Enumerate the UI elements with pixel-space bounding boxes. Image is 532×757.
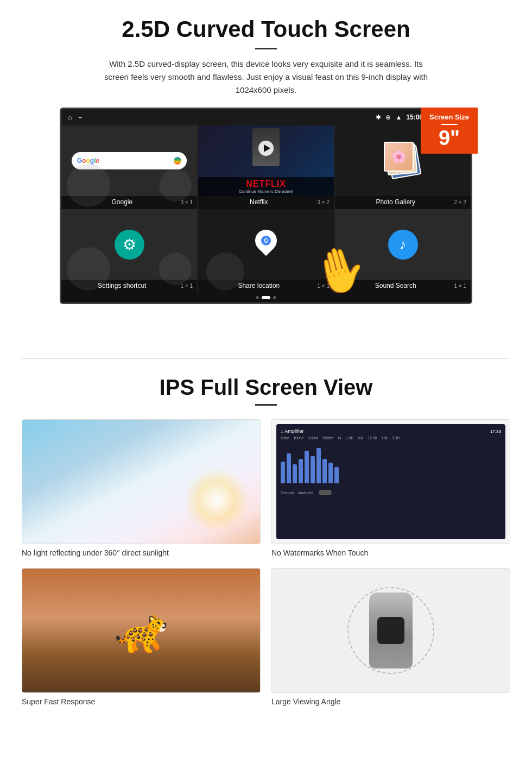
feature-viewing-angle: Large Viewing Angle [271, 568, 510, 706]
netflix-play-button[interactable] [258, 141, 274, 156]
gallery-size: 2 × 2 [454, 199, 466, 205]
amp-bar-8 [322, 459, 327, 483]
feature-speed: 🐆 Super Fast Response [22, 568, 261, 706]
music-note-icon: ♪ [400, 236, 407, 253]
car-roof [377, 617, 404, 644]
amp-toggle[interactable] [319, 490, 332, 495]
shadow-deco3 [67, 247, 110, 291]
section1-divider [255, 48, 277, 49]
section2-divider [255, 404, 277, 406]
amp-header: ⌂ Amplifier 17:33 [281, 428, 501, 434]
device-frame: ⌂ ⌁ ✱ ⊕ ▲ 15:06 ⊡ ◁) ⊠ ▭ [60, 108, 472, 304]
car-image-wrapper [271, 568, 510, 693]
amp-bar-9 [328, 463, 333, 483]
bluetooth-icon: ✱ [376, 113, 381, 121]
sound-label: Sound Search [339, 282, 452, 289]
amp-equalizer-bars [281, 442, 501, 485]
device-mockup: Screen Size 9" ⌂ ⌁ ✱ ⊕ ▲ 15:06 ⊡ ◁) ⊠ [60, 108, 472, 304]
cheetah-image-wrapper: 🐆 [22, 568, 261, 693]
app-grid-row2: ⚙ Settings shortcut 1 × 1 G [61, 209, 471, 293]
sound-icon-circle: ♪ [388, 230, 418, 260]
viewing-angle-caption: Large Viewing Angle [271, 697, 510, 706]
gear-icon: ⚙ [123, 236, 136, 254]
hand-spacer [33, 304, 499, 331]
dot-2-active[interactable] [262, 296, 270, 299]
netflix-subtitle: Continue Marvel's Daredevil [201, 189, 331, 194]
amp-visual: ⌂ Amplifier 17:33 60hz100hz200hz500hz1k2… [272, 420, 510, 544]
amp-bar-2 [287, 453, 291, 483]
gmaps-icon: G [252, 230, 280, 260]
page-divider [22, 358, 510, 359]
gmaps-pin: G [251, 225, 282, 256]
amp-screen: ⌂ Amplifier 17:33 60hz100hz200hz500hz1k2… [276, 424, 505, 539]
flower-icon: 🌸 [391, 150, 406, 164]
features-grid: No light reflecting under 360° direct su… [22, 419, 510, 706]
share-size: 1 × 1 [317, 283, 330, 289]
speed-caption: Super Fast Response [22, 697, 261, 706]
amplifier-image: ⌂ Amplifier 17:33 60hz100hz200hz500hz1k2… [271, 419, 510, 544]
gallery-label: Photo Gallery [339, 198, 452, 206]
photo-stack: 🌸 [384, 142, 422, 180]
badge-size: 9" [429, 128, 469, 148]
netflix-overlay: NETFLIX Continue Marvel's Daredevil [198, 177, 334, 196]
netflix-size: 3 × 2 [317, 199, 330, 205]
section1-description: With 2.5D curved-display screen, this de… [103, 58, 429, 97]
amp-bar-4 [299, 459, 303, 483]
netflix-label-row: Netflix 3 × 2 [198, 196, 334, 209]
gallery-label-row: Photo Gallery 2 × 2 [335, 196, 471, 209]
app-cell-netflix[interactable]: NETFLIX Continue Marvel's Daredevil Netf… [198, 125, 334, 209]
google-mic-icon[interactable] [174, 157, 181, 165]
watermarks-caption: No Watermarks When Touch [271, 548, 510, 557]
amp-bar-7 [316, 448, 321, 483]
feature-watermarks: ⌂ Amplifier 17:33 60hz100hz200hz500hz1k2… [271, 419, 510, 557]
settings-icon-circle: ⚙ [115, 230, 144, 260]
google-size: 3 × 1 [180, 199, 193, 205]
wifi-icon: ▲ [395, 113, 402, 121]
app-cell-google[interactable]: Google Google 3 × 1 [61, 125, 197, 209]
amp-time: 17:33 [490, 429, 501, 434]
status-bar-left: ⌂ ⌁ [68, 113, 82, 121]
section-ips: IPS Full Screen View No light reflecting… [0, 375, 532, 722]
amp-loudness-label: loudness [298, 491, 313, 495]
pagination-dots [61, 293, 471, 302]
dot-3[interactable] [273, 296, 276, 299]
car-body [369, 592, 413, 668]
badge-title: Screen Size [429, 113, 469, 121]
section2-title: IPS Full Screen View [22, 375, 510, 400]
sound-label-row: Sound Search 1 × 1 [335, 280, 471, 293]
google-cell-content: Google [61, 125, 197, 196]
sunlight-image [22, 419, 261, 544]
share-cell-content: G 🤚 [198, 209, 334, 280]
amp-bar-1 [281, 462, 285, 483]
shadow-deco5 [206, 253, 244, 291]
sound-size: 1 × 1 [454, 283, 466, 289]
sun-flare [184, 468, 249, 533]
app-cell-share[interactable]: G 🤚 Share location 1 × 1 [198, 209, 334, 293]
sound-cell-content: ♪ [335, 209, 471, 280]
amp-custom-label: Custom [281, 491, 294, 495]
amp-bar-6 [311, 456, 315, 483]
settings-cell-content: ⚙ [61, 209, 197, 280]
netflix-cell-content: NETFLIX Continue Marvel's Daredevil [198, 125, 334, 196]
app-cell-settings[interactable]: ⚙ Settings shortcut 1 × 1 [61, 209, 197, 293]
shadow-deco [67, 163, 110, 207]
section-curved-screen: 2.5D Curved Touch Screen With 2.5D curve… [0, 0, 532, 342]
home-icon[interactable]: ⌂ [68, 113, 72, 121]
sunlight-caption: No light reflecting under 360° direct su… [22, 548, 261, 557]
photo-card-3: 🌸 [384, 142, 414, 172]
badge-divider [441, 124, 458, 125]
netflix-label: Netflix [202, 198, 315, 206]
amp-title: ⌂ Amplifier [281, 428, 303, 434]
status-bar: ⌂ ⌁ ✱ ⊕ ▲ 15:06 ⊡ ◁) ⊠ ▭ [61, 109, 471, 125]
location-icon: ⊕ [385, 113, 391, 121]
feature-sunlight: No light reflecting under 360° direct su… [22, 419, 261, 557]
amp-footer: Custom loudness [281, 490, 501, 495]
amp-bar-5 [305, 451, 309, 483]
play-triangle-icon [264, 144, 270, 152]
cheetah-icon: 🐆 [114, 605, 168, 656]
shadow-deco2 [159, 169, 192, 201]
dot-1[interactable] [256, 296, 259, 299]
amp-bar-10 [334, 467, 339, 483]
amp-freq-labels: 60hz100hz200hz500hz1k2.5k10k12.5k15kSUB [281, 436, 501, 440]
app-cell-sound[interactable]: ♪ Sound Search 1 × 1 [335, 209, 471, 293]
